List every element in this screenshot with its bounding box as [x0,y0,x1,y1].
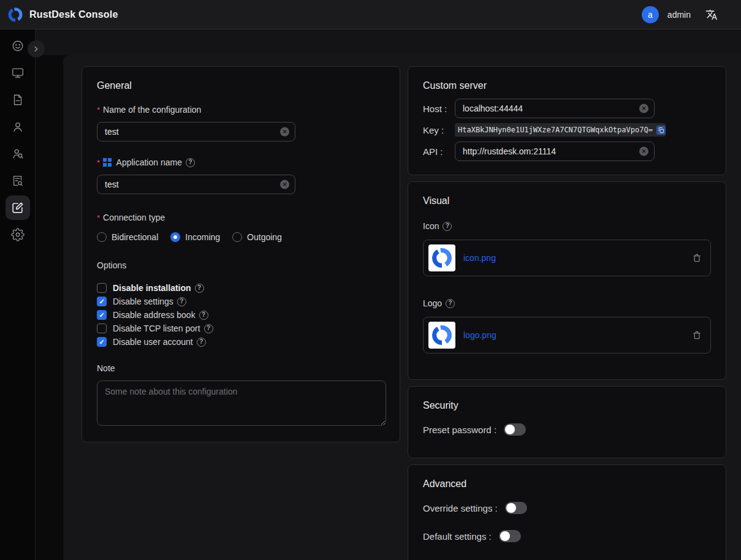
options-label: Options [97,260,385,270]
connection-type-radio-group: Bidirectional Incoming Outgoing [97,232,385,242]
visual-card: Visual Icon ? icon.png [408,181,726,380]
security-card: Security Preset password : [408,386,726,458]
sidebar [0,29,36,560]
logo-file-link[interactable]: logo.png [463,330,496,340]
api-label: API : [423,146,455,157]
help-icon[interactable]: ? [197,338,206,347]
logo-upload-box: logo.png [423,317,711,354]
custom-server-card: Custom server Host : ✕ Key : HtaXBkJNHyn… [408,66,726,175]
clear-icon[interactable]: ✕ [280,127,289,137]
note-label: Note [97,363,385,373]
copy-icon[interactable] [656,126,666,135]
required-asterisk: * [97,213,100,222]
general-title: General [97,80,385,91]
left-column: General * Name of the configuration ✕ * … [82,66,400,442]
gear-icon [11,228,25,241]
icon-upload-box: icon.png [423,240,711,276]
clear-icon[interactable]: ✕ [639,147,648,156]
radio-outgoing[interactable]: Outgoing [232,232,282,242]
help-icon[interactable]: ? [177,297,186,306]
override-settings-toggle[interactable] [505,502,527,514]
app-name-label: * Application name ? [97,157,385,167]
required-asterisk: * [97,158,100,167]
icon-file-link[interactable]: icon.png [463,253,496,263]
logo-label: Logo ? [423,298,711,308]
checkbox[interactable] [97,283,107,293]
required-asterisk: * [97,105,100,115]
sidebar-expand-button[interactable] [28,40,45,58]
checkbox-disable-settings: Disable settings ? [97,295,385,308]
icon-label: Icon ? [423,221,711,231]
config-name-input[interactable] [97,122,295,142]
audit-log-icon [11,174,25,187]
user-avatar[interactable]: a [642,6,659,23]
help-icon[interactable]: ? [446,299,455,308]
radio-dot [97,232,107,242]
app-name-input[interactable] [97,175,295,194]
help-icon[interactable]: ? [195,284,204,293]
trash-icon[interactable] [692,330,702,340]
sidebar-item-welcome[interactable] [6,34,30,58]
default-settings-toggle[interactable] [499,530,521,542]
smiley-icon [11,39,25,53]
default-settings-row: Default settings : [423,530,711,542]
checkbox-disable-installation: Disable installation ? [97,281,385,295]
checkbox-disable-address-book: Disable address book ? [97,308,385,322]
visual-title: Visual [423,195,711,206]
preset-password-toggle[interactable] [504,423,526,436]
checkbox[interactable] [97,337,107,347]
custom-server-title: Custom server [423,80,711,91]
radio-dot [170,232,180,242]
preset-password-row: Preset password : [423,423,711,436]
checkbox[interactable] [97,297,107,306]
left-gutter [36,55,63,560]
sidebar-item-configurations[interactable] [6,195,30,220]
checkbox[interactable] [97,324,107,333]
sidebar-item-audit[interactable] [6,168,30,193]
checkbox-disable-user-account: Disable user account ? [97,335,385,349]
help-icon[interactable]: ? [204,324,213,333]
checkbox[interactable] [97,310,107,320]
help-icon[interactable]: ? [199,311,208,320]
edit-square-icon [11,201,25,214]
sidebar-item-groups[interactable] [6,142,30,166]
subheader-strip [36,29,741,55]
api-input[interactable] [455,142,655,161]
host-input[interactable] [455,99,655,118]
advanced-card: Advanced Override settings : Default set… [408,464,726,560]
sidebar-item-documents[interactable] [6,88,30,112]
key-label: Key : [423,125,455,135]
app-name-field: ✕ [97,175,295,194]
clear-icon[interactable]: ✕ [280,180,289,189]
sidebar-item-devices[interactable] [6,61,30,85]
advanced-title: Advanced [423,479,711,490]
override-settings-label: Override settings : [423,503,498,513]
help-icon[interactable]: ? [443,222,452,231]
translate-icon[interactable] [705,9,718,21]
general-card: General * Name of the configuration ✕ * … [82,66,400,442]
brand: RustDesk Console [7,7,118,23]
host-field: ✕ [455,99,655,118]
sidebar-item-users[interactable] [6,115,30,139]
trash-icon[interactable] [692,253,702,263]
help-icon[interactable]: ? [186,158,195,167]
clear-icon[interactable]: ✕ [639,104,648,113]
username: admin [667,10,691,20]
user-icon [11,120,25,134]
sidebar-item-settings[interactable] [6,222,30,247]
host-row: Host : ✕ [423,99,711,118]
radio-bidirectional[interactable]: Bidirectional [97,232,158,242]
checkbox-disable-tcp-listen-port: Disable TCP listen port ? [97,322,385,335]
chevron-right-icon [32,45,40,53]
config-name-label: * Name of the configuration [97,105,385,115]
main-content: General * Name of the configuration ✕ * … [63,55,741,560]
connection-type-label: * Connection type [97,213,385,222]
radio-incoming[interactable]: Incoming [170,232,220,242]
config-name-field: ✕ [97,122,295,142]
key-row: Key : HtaXBkJNHyn0e1U1jWXze7A7CN7QTGWqxk… [423,123,711,137]
radio-dot [232,232,242,242]
note-textarea[interactable] [97,380,386,426]
topbar-actions: a admin [642,6,732,23]
preset-password-label: Preset password : [423,425,496,435]
windows-logo-icon [103,158,112,167]
